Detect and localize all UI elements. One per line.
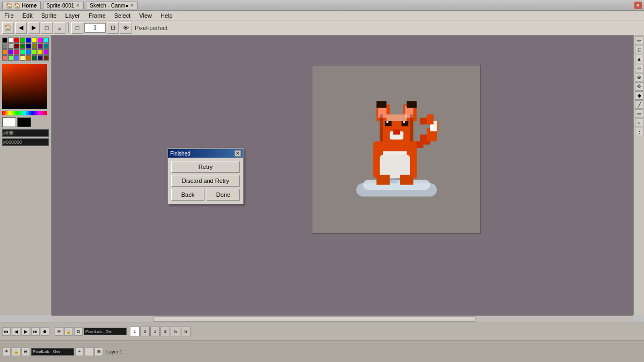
color-picker[interactable] — [2, 64, 47, 109]
tool-pencil[interactable]: ✏ — [635, 36, 643, 45]
layer-chain-btn[interactable]: ⛓ — [21, 348, 30, 356]
tool-select[interactable]: ⊹ — [635, 64, 643, 72]
tool-line[interactable]: ╱ — [635, 100, 643, 109]
foreground-swatch[interactable] — [2, 117, 16, 127]
palette-color-22[interactable] — [38, 49, 43, 55]
palette-color-20[interactable] — [26, 49, 31, 55]
layer-lock-toggle[interactable]: 🔒 — [64, 327, 73, 336]
menu-sprite[interactable]: Sprite — [39, 12, 59, 19]
tab-sketch[interactable]: Sketch - Canm● ✕ — [86, 2, 138, 9]
palette-color-5[interactable] — [32, 38, 37, 43]
anim-first-frame[interactable]: ⏮ — [2, 327, 11, 336]
palette-color-28[interactable] — [26, 55, 31, 61]
palette-color-17[interactable] — [8, 49, 13, 55]
palette-color-14[interactable] — [38, 43, 43, 49]
toolbar-layout-btn[interactable]: □ — [41, 22, 53, 34]
anim-play[interactable]: ▶ — [21, 327, 30, 336]
frame-3[interactable]: 3 — [150, 327, 160, 336]
palette-color-7[interactable] — [43, 38, 49, 43]
frame-1[interactable]: 1 — [130, 327, 140, 336]
menu-help[interactable]: Help — [158, 12, 175, 19]
toolbar-new-btn[interactable]: □ — [71, 22, 83, 34]
app-close-button[interactable]: ✕ — [634, 2, 642, 9]
layer-chain-toggle[interactable]: ⛓ — [74, 327, 83, 336]
layer-add[interactable]: + — [75, 348, 84, 356]
tab-sprite-close[interactable]: ✕ — [76, 3, 80, 8]
layer-eye-toggle[interactable]: 👁 — [2, 348, 11, 356]
frame-4[interactable]: 4 — [160, 327, 170, 336]
frame-5[interactable]: 5 — [171, 327, 180, 336]
tool-eraser[interactable]: ◻ — [635, 46, 643, 54]
menu-file[interactable]: File — [2, 12, 16, 19]
tool-picker[interactable]: ◆ — [635, 91, 643, 100]
palette-color-24[interactable] — [2, 55, 8, 61]
toolbar-eye-btn[interactable]: 👁 — [120, 22, 131, 34]
palette-color-2[interactable] — [14, 38, 19, 43]
palette-color-13[interactable] — [32, 43, 37, 49]
palette-color-6[interactable] — [38, 38, 43, 43]
palette-color-19[interactable] — [20, 49, 25, 55]
hex-input-bg[interactable] — [2, 138, 49, 146]
palette-color-18[interactable] — [14, 49, 19, 55]
color-gradient[interactable] — [2, 64, 47, 109]
horizontal-scrollbar[interactable] — [52, 315, 633, 322]
palette-color-9[interactable] — [8, 43, 13, 49]
tab-home[interactable]: 🏠 🏠 Home — [2, 2, 41, 9]
zoom-input[interactable] — [84, 23, 106, 33]
toolbar-resize-btn[interactable]: ⊡ — [107, 22, 119, 34]
palette-color-0[interactable] — [2, 38, 8, 43]
palette-color-26[interactable] — [14, 55, 19, 61]
menu-frame[interactable]: Frame — [86, 12, 108, 19]
tab-sketch-close[interactable]: ✕ — [130, 3, 134, 8]
toolbar-grid-btn[interactable]: ≡ — [54, 22, 65, 34]
toolbar-back-btn[interactable]: ◀ — [15, 22, 27, 34]
palette-color-31[interactable] — [43, 55, 49, 61]
back-button[interactable]: Back — [171, 189, 204, 201]
palette-color-27[interactable] — [20, 55, 25, 61]
palette-color-8[interactable] — [2, 43, 8, 49]
tab-sprite[interactable]: Sprite-0001 ✕ — [43, 2, 84, 9]
retry-button[interactable]: Retry — [171, 161, 240, 173]
palette-color-23[interactable] — [43, 49, 49, 55]
hue-slider[interactable] — [2, 111, 47, 115]
menu-layer[interactable]: Layer — [63, 12, 82, 19]
tool-fill[interactable]: ▲ — [635, 55, 643, 63]
background-swatch[interactable] — [17, 117, 31, 127]
layer-visibility-toggle[interactable]: 👁 — [55, 327, 63, 336]
anim-record[interactable]: ⏺ — [41, 327, 49, 336]
palette-color-11[interactable] — [20, 43, 25, 49]
palette-color-16[interactable] — [2, 49, 8, 55]
palette-color-21[interactable] — [32, 49, 37, 55]
frame-6[interactable]: 6 — [181, 327, 191, 336]
palette-color-30[interactable] — [38, 55, 43, 61]
palette-color-1[interactable] — [8, 38, 13, 43]
layer-dup[interactable]: ⊞ — [94, 348, 103, 356]
menu-view[interactable]: View — [137, 12, 154, 19]
menu-select[interactable]: Select — [112, 12, 133, 19]
palette-color-10[interactable] — [14, 43, 19, 49]
frame-2[interactable]: 2 — [140, 327, 150, 336]
tool-move[interactable]: ✥ — [635, 82, 643, 91]
tool-extra[interactable]: ⋮ — [635, 128, 643, 136]
toolbar-forward-btn[interactable]: ▶ — [28, 22, 40, 34]
tool-zoom[interactable]: ⊕ — [635, 73, 643, 82]
palette-color-12[interactable] — [26, 43, 31, 49]
anim-prev-frame[interactable]: ◀ — [12, 327, 20, 336]
tool-rect[interactable]: ▭ — [635, 109, 643, 118]
palette-color-15[interactable] — [43, 43, 49, 49]
toolbar-home-btn[interactable]: 🏠 — [2, 22, 14, 34]
scrollbar-thumb[interactable] — [153, 316, 475, 322]
anim-next-frame[interactable]: ⏭ — [31, 327, 40, 336]
palette-color-29[interactable] — [32, 55, 37, 61]
layer-lock-btn[interactable]: 🔒 — [12, 348, 20, 356]
dialog-close-button[interactable]: ✕ — [235, 150, 241, 157]
palette-color-4[interactable] — [26, 38, 31, 43]
tool-ellipse[interactable]: ○ — [635, 119, 643, 127]
palette-color-25[interactable] — [8, 55, 13, 61]
layer-del[interactable]: - — [85, 348, 93, 356]
menu-edit[interactable]: Edit — [20, 12, 35, 19]
done-button[interactable]: Done — [207, 189, 240, 201]
discard-retry-button[interactable]: Discard and Retry — [171, 175, 240, 187]
hex-input-fg[interactable] — [2, 129, 49, 137]
palette-color-3[interactable] — [20, 38, 25, 43]
